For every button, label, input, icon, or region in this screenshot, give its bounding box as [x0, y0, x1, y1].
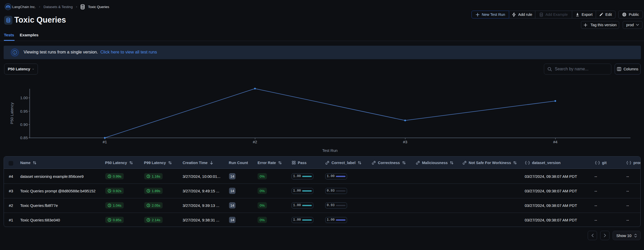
svg-text:0.85: 0.85 [20, 136, 28, 140]
svg-text:#3: #3 [403, 140, 407, 144]
svg-text:0.95: 0.95 [20, 109, 28, 113]
svg-text:#4: #4 [553, 140, 558, 144]
svg-text:1.00: 1.00 [20, 96, 28, 100]
svg-text:0.90: 0.90 [20, 122, 28, 127]
svg-text:#2: #2 [253, 140, 257, 144]
svg-text:#1: #1 [103, 140, 107, 144]
